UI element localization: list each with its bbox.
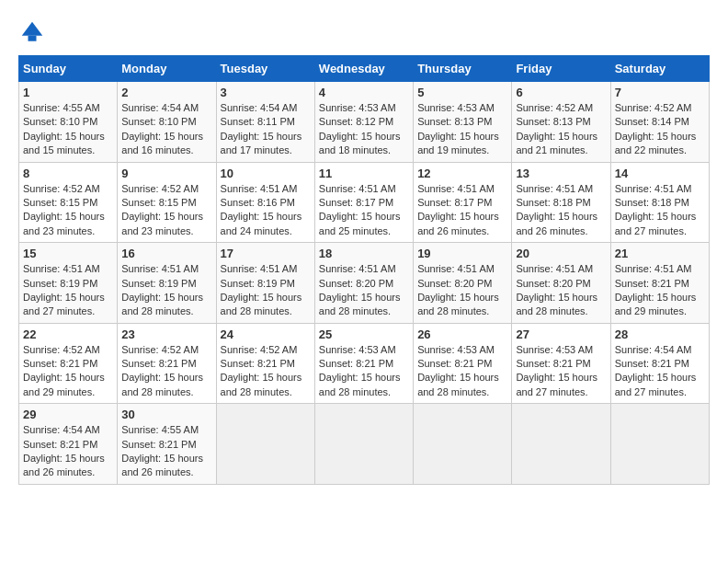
calendar-cell: 7Sunrise: 4:52 AMSunset: 8:14 PMDaylight… <box>610 82 709 163</box>
calendar-cell: 9Sunrise: 4:52 AMSunset: 8:15 PMDaylight… <box>118 162 216 243</box>
day-info: Sunrise: 4:51 AMSunset: 8:19 PMDaylight:… <box>221 262 311 319</box>
calendar-cell: 13Sunrise: 4:51 AMSunset: 8:18 PMDayligh… <box>512 162 610 243</box>
calendar-cell: 22Sunrise: 4:52 AMSunset: 8:21 PMDayligh… <box>19 323 118 404</box>
day-info: Sunrise: 4:51 AMSunset: 8:17 PMDaylight:… <box>417 182 507 239</box>
header-sunday: Sunday <box>19 56 118 82</box>
day-info: Sunrise: 4:52 AMSunset: 8:15 PMDaylight:… <box>121 182 211 239</box>
day-info: Sunrise: 4:52 AMSunset: 8:13 PMDaylight:… <box>516 101 606 158</box>
day-number: 28 <box>615 327 705 341</box>
day-number: 2 <box>121 86 211 99</box>
calendar-cell <box>610 404 709 485</box>
calendar-cell <box>414 404 512 485</box>
calendar-week-5: 29Sunrise: 4:54 AMSunset: 8:21 PMDayligh… <box>19 404 710 485</box>
day-number: 26 <box>417 327 507 341</box>
calendar-cell: 8Sunrise: 4:52 AMSunset: 8:15 PMDaylight… <box>19 162 118 243</box>
calendar-cell: 25Sunrise: 4:53 AMSunset: 8:21 PMDayligh… <box>314 323 413 404</box>
calendar-header-row: SundayMondayTuesdayWednesdayThursdayFrid… <box>19 56 710 82</box>
calendar-week-3: 15Sunrise: 4:51 AMSunset: 8:19 PMDayligh… <box>19 243 710 324</box>
day-info: Sunrise: 4:52 AMSunset: 8:21 PMDaylight:… <box>23 343 113 400</box>
day-number: 13 <box>516 167 606 180</box>
svg-rect-1 <box>28 36 37 41</box>
calendar-cell <box>314 404 413 485</box>
header-monday: Monday <box>118 56 216 82</box>
day-info: Sunrise: 4:51 AMSunset: 8:20 PMDaylight:… <box>417 262 507 319</box>
day-number: 17 <box>221 247 311 260</box>
day-info: Sunrise: 4:51 AMSunset: 8:21 PMDaylight:… <box>615 262 705 319</box>
day-number: 16 <box>121 247 211 260</box>
calendar-cell: 5Sunrise: 4:53 AMSunset: 8:13 PMDaylight… <box>414 82 512 163</box>
day-info: Sunrise: 4:51 AMSunset: 8:19 PMDaylight:… <box>121 262 211 319</box>
day-info: Sunrise: 4:55 AMSunset: 8:21 PMDaylight:… <box>121 423 211 480</box>
header-wednesday: Wednesday <box>314 56 413 82</box>
day-info: Sunrise: 4:54 AMSunset: 8:11 PMDaylight:… <box>221 101 311 158</box>
calendar-cell: 15Sunrise: 4:51 AMSunset: 8:19 PMDayligh… <box>19 243 118 324</box>
calendar-cell: 2Sunrise: 4:54 AMSunset: 8:10 PMDaylight… <box>118 82 216 163</box>
day-number: 15 <box>23 247 113 260</box>
day-info: Sunrise: 4:53 AMSunset: 8:13 PMDaylight:… <box>417 101 507 158</box>
day-info: Sunrise: 4:51 AMSunset: 8:20 PMDaylight:… <box>319 262 409 319</box>
day-info: Sunrise: 4:53 AMSunset: 8:12 PMDaylight:… <box>319 101 409 158</box>
day-info: Sunrise: 4:54 AMSunset: 8:21 PMDaylight:… <box>23 423 113 480</box>
day-info: Sunrise: 4:52 AMSunset: 8:15 PMDaylight:… <box>23 182 113 239</box>
calendar-week-2: 8Sunrise: 4:52 AMSunset: 8:15 PMDaylight… <box>19 162 710 243</box>
day-number: 18 <box>319 247 409 260</box>
calendar-week-1: 1Sunrise: 4:55 AMSunset: 8:10 PMDaylight… <box>19 82 710 163</box>
day-info: Sunrise: 4:54 AMSunset: 8:21 PMDaylight:… <box>615 343 705 400</box>
calendar-cell: 24Sunrise: 4:52 AMSunset: 8:21 PMDayligh… <box>216 323 314 404</box>
day-info: Sunrise: 4:53 AMSunset: 8:21 PMDaylight:… <box>417 343 507 400</box>
day-number: 23 <box>121 327 211 341</box>
day-info: Sunrise: 4:53 AMSunset: 8:21 PMDaylight:… <box>319 343 409 400</box>
page-header <box>18 18 710 46</box>
day-number: 25 <box>319 327 409 341</box>
calendar-cell: 28Sunrise: 4:54 AMSunset: 8:21 PMDayligh… <box>610 323 709 404</box>
calendar-cell: 21Sunrise: 4:51 AMSunset: 8:21 PMDayligh… <box>610 243 709 324</box>
calendar-cell <box>512 404 610 485</box>
calendar-cell: 14Sunrise: 4:51 AMSunset: 8:18 PMDayligh… <box>610 162 709 243</box>
day-number: 20 <box>516 247 606 260</box>
day-info: Sunrise: 4:52 AMSunset: 8:21 PMDaylight:… <box>221 343 311 400</box>
day-number: 12 <box>417 167 507 180</box>
day-info: Sunrise: 4:51 AMSunset: 8:17 PMDaylight:… <box>319 182 409 239</box>
calendar-cell: 4Sunrise: 4:53 AMSunset: 8:12 PMDaylight… <box>314 82 413 163</box>
day-number: 4 <box>319 86 409 99</box>
calendar-cell: 10Sunrise: 4:51 AMSunset: 8:16 PMDayligh… <box>216 162 314 243</box>
calendar-cell: 11Sunrise: 4:51 AMSunset: 8:17 PMDayligh… <box>314 162 413 243</box>
day-number: 21 <box>615 247 705 260</box>
calendar-cell: 1Sunrise: 4:55 AMSunset: 8:10 PMDaylight… <box>19 82 118 163</box>
logo <box>18 18 50 46</box>
day-number: 30 <box>121 408 211 421</box>
day-number: 7 <box>615 86 705 99</box>
calendar-cell: 26Sunrise: 4:53 AMSunset: 8:21 PMDayligh… <box>414 323 512 404</box>
header-saturday: Saturday <box>610 56 709 82</box>
calendar-cell: 29Sunrise: 4:54 AMSunset: 8:21 PMDayligh… <box>19 404 118 485</box>
svg-marker-0 <box>22 22 43 36</box>
day-number: 8 <box>23 167 113 180</box>
calendar-cell: 23Sunrise: 4:52 AMSunset: 8:21 PMDayligh… <box>118 323 216 404</box>
day-info: Sunrise: 4:55 AMSunset: 8:10 PMDaylight:… <box>23 101 113 158</box>
day-info: Sunrise: 4:53 AMSunset: 8:21 PMDaylight:… <box>516 343 606 400</box>
day-info: Sunrise: 4:51 AMSunset: 8:19 PMDaylight:… <box>23 262 113 319</box>
day-info: Sunrise: 4:54 AMSunset: 8:10 PMDaylight:… <box>121 101 211 158</box>
header-thursday: Thursday <box>414 56 512 82</box>
day-number: 3 <box>221 86 311 99</box>
day-info: Sunrise: 4:51 AMSunset: 8:18 PMDaylight:… <box>615 182 705 239</box>
day-number: 1 <box>23 86 113 99</box>
calendar-table: SundayMondayTuesdayWednesdayThursdayFrid… <box>18 55 710 485</box>
calendar-cell: 3Sunrise: 4:54 AMSunset: 8:11 PMDaylight… <box>216 82 314 163</box>
calendar-cell <box>216 404 314 485</box>
day-number: 29 <box>23 408 113 421</box>
day-number: 9 <box>121 167 211 180</box>
day-info: Sunrise: 4:51 AMSunset: 8:20 PMDaylight:… <box>516 262 606 319</box>
day-number: 19 <box>417 247 507 260</box>
calendar-cell: 12Sunrise: 4:51 AMSunset: 8:17 PMDayligh… <box>414 162 512 243</box>
day-number: 6 <box>516 86 606 99</box>
logo-icon <box>18 18 46 46</box>
calendar-cell: 20Sunrise: 4:51 AMSunset: 8:20 PMDayligh… <box>512 243 610 324</box>
calendar-week-4: 22Sunrise: 4:52 AMSunset: 8:21 PMDayligh… <box>19 323 710 404</box>
day-info: Sunrise: 4:52 AMSunset: 8:14 PMDaylight:… <box>615 101 705 158</box>
day-number: 22 <box>23 327 113 341</box>
header-tuesday: Tuesday <box>216 56 314 82</box>
calendar-cell: 6Sunrise: 4:52 AMSunset: 8:13 PMDaylight… <box>512 82 610 163</box>
day-number: 27 <box>516 327 606 341</box>
calendar-cell: 16Sunrise: 4:51 AMSunset: 8:19 PMDayligh… <box>118 243 216 324</box>
